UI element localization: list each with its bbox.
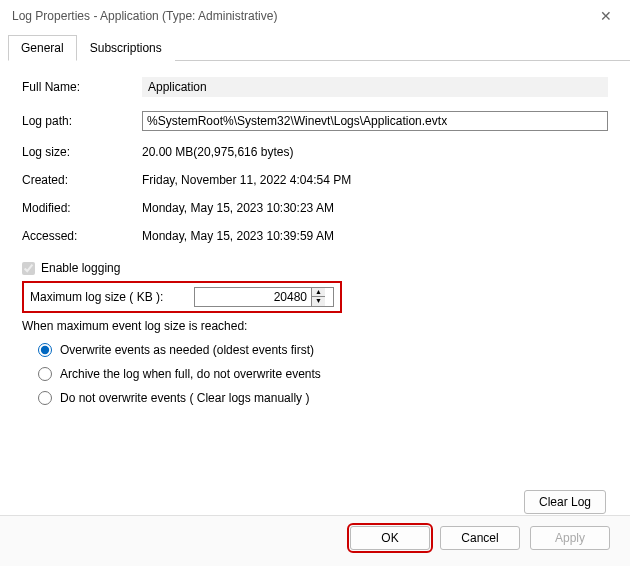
radio-donot[interactable] — [38, 391, 52, 405]
cancel-button[interactable]: Cancel — [440, 526, 520, 550]
label-logpath: Log path: — [22, 114, 142, 128]
label-fullname: Full Name: — [22, 80, 142, 94]
input-logpath[interactable] — [142, 111, 608, 131]
window-title: Log Properties - Application (Type: Admi… — [12, 9, 277, 23]
label-when-max-reached: When maximum event log size is reached: — [22, 319, 608, 333]
radio-label-archive: Archive the log when full, do not overwr… — [60, 367, 321, 381]
label-logsize: Log size: — [22, 145, 142, 159]
label-modified: Modified: — [22, 201, 142, 215]
input-max-log-size[interactable] — [195, 288, 311, 306]
value-created: Friday, November 11, 2022 4:04:54 PM — [142, 173, 608, 187]
ok-button[interactable]: OK — [350, 526, 430, 550]
value-fullname: Application — [142, 77, 608, 97]
value-modified: Monday, May 15, 2023 10:30:23 AM — [142, 201, 608, 215]
max-log-size-row: Maximum log size ( KB ): ▲ ▼ — [22, 281, 342, 313]
titlebar: Log Properties - Application (Type: Admi… — [0, 0, 630, 28]
label-created: Created: — [22, 173, 142, 187]
radio-row-overwrite[interactable]: Overwrite events as needed (oldest event… — [38, 343, 608, 357]
spinner-down-icon[interactable]: ▼ — [312, 297, 325, 306]
close-icon[interactable]: ✕ — [594, 8, 618, 24]
radio-overwrite[interactable] — [38, 343, 52, 357]
radio-group-max-action: Overwrite events as needed (oldest event… — [22, 343, 608, 405]
tab-subscriptions[interactable]: Subscriptions — [77, 35, 175, 61]
label-enable-logging: Enable logging — [41, 261, 120, 275]
spinner-up-icon[interactable]: ▲ — [312, 288, 325, 297]
dialog-footer: OK Cancel Apply — [0, 515, 630, 566]
radio-row-archive[interactable]: Archive the log when full, do not overwr… — [38, 367, 608, 381]
radio-row-donot[interactable]: Do not overwrite events ( Clear logs man… — [38, 391, 608, 405]
tab-general[interactable]: General — [8, 35, 77, 61]
label-accessed: Accessed: — [22, 229, 142, 243]
spinner-max-log-size: ▲ ▼ — [194, 287, 334, 307]
value-accessed: Monday, May 15, 2023 10:39:59 AM — [142, 229, 608, 243]
tab-strip: General Subscriptions — [8, 34, 630, 61]
apply-button[interactable]: Apply — [530, 526, 610, 550]
radio-label-donot: Do not overwrite events ( Clear logs man… — [60, 391, 309, 405]
clear-log-button[interactable]: Clear Log — [524, 490, 606, 514]
checkbox-enable-logging[interactable] — [22, 262, 35, 275]
value-logsize: 20.00 MB(20,975,616 bytes) — [142, 145, 608, 159]
tab-content: Full Name: Application Log path: Log siz… — [0, 61, 630, 423]
radio-archive[interactable] — [38, 367, 52, 381]
radio-label-overwrite: Overwrite events as needed (oldest event… — [60, 343, 314, 357]
label-max-log-size: Maximum log size ( KB ): — [30, 290, 163, 304]
